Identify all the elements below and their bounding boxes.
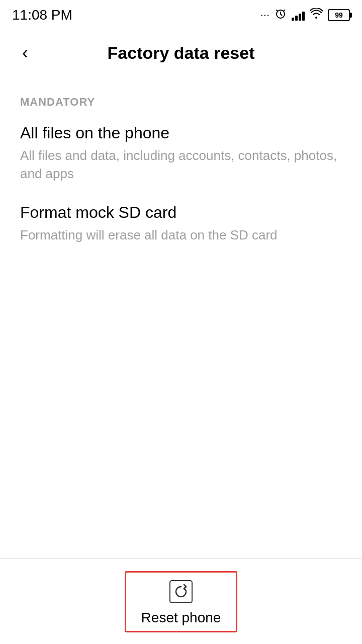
more-icon: ···	[260, 9, 269, 22]
reset-phone-button[interactable]: Reset phone	[125, 571, 238, 632]
option-format-sd-desc: Formatting will erase all data on the SD…	[20, 226, 342, 244]
alarm-icon	[275, 8, 287, 23]
option-all-files: All files on the phone All files and dat…	[20, 124, 342, 183]
option-format-sd-title: Format mock SD card	[20, 203, 342, 222]
option-format-sd: Format mock SD card Formatting will eras…	[20, 203, 342, 244]
status-bar: 11:08 PM ··· 99	[0, 0, 362, 30]
app-bar: ‹ Factory data reset	[0, 30, 362, 75]
option-all-files-desc: All files and data, including accounts, …	[20, 146, 342, 183]
back-arrow-icon: ‹	[22, 44, 28, 62]
bottom-bar: Reset phone	[0, 558, 362, 644]
svg-rect-1	[170, 581, 192, 603]
status-time: 11:08 PM	[12, 7, 72, 23]
back-button[interactable]: ‹	[10, 38, 40, 68]
status-icons: ··· 99	[260, 8, 350, 23]
wifi-icon	[310, 8, 323, 22]
option-all-files-title: All files on the phone	[20, 124, 342, 142]
page-title: Factory data reset	[40, 43, 322, 63]
reset-phone-icon	[167, 578, 195, 606]
reset-phone-label: Reset phone	[141, 610, 221, 626]
battery-icon: 99	[328, 9, 350, 21]
section-label-mandatory: MANDATORY	[20, 96, 342, 109]
signal-icon	[292, 10, 305, 21]
content-area: MANDATORY All files on the phone All fil…	[0, 75, 362, 274]
